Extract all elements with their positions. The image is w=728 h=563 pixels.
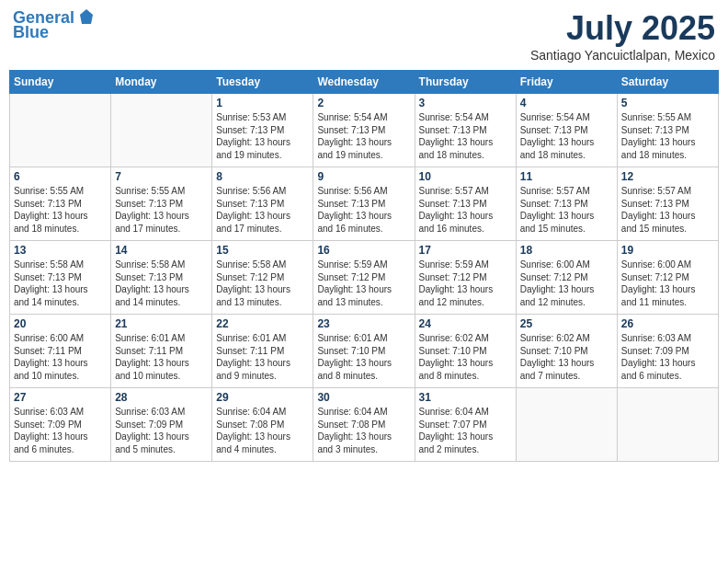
calendar-cell: 3Sunrise: 5:54 AMSunset: 7:13 PMDaylight…	[415, 94, 516, 167]
calendar-cell: 6Sunrise: 5:55 AMSunset: 7:13 PMDaylight…	[10, 167, 111, 241]
day-number: 6	[14, 170, 107, 183]
calendar-cell: 31Sunrise: 6:04 AMSunset: 7:07 PMDayligh…	[415, 388, 516, 462]
day-detail: Sunrise: 5:59 AMSunset: 7:12 PMDaylight:…	[419, 259, 512, 308]
day-of-week-header: Sunday	[10, 71, 111, 94]
day-number: 4	[520, 97, 613, 109]
calendar-cell: 27Sunrise: 6:03 AMSunset: 7:09 PMDayligh…	[10, 388, 111, 462]
day-number: 28	[115, 391, 208, 404]
calendar-cell: 9Sunrise: 5:56 AMSunset: 7:13 PMDaylight…	[313, 167, 415, 241]
calendar-cell: 11Sunrise: 5:57 AMSunset: 7:13 PMDayligh…	[516, 167, 617, 241]
day-number: 29	[216, 391, 309, 404]
day-detail: Sunrise: 6:00 AMSunset: 7:12 PMDaylight:…	[621, 259, 714, 308]
day-number: 19	[621, 244, 714, 257]
day-number: 20	[14, 317, 107, 330]
day-of-week-header: Thursday	[415, 71, 516, 94]
calendar-table: SundayMondayTuesdayWednesdayThursdayFrid…	[9, 70, 719, 462]
day-number: 18	[520, 244, 613, 257]
day-detail: Sunrise: 6:03 AMSunset: 7:09 PMDaylight:…	[14, 406, 107, 455]
day-number: 14	[115, 244, 208, 257]
calendar-week-row: 13Sunrise: 5:58 AMSunset: 7:13 PMDayligh…	[10, 241, 719, 315]
svg-marker-0	[80, 9, 93, 24]
calendar-cell: 13Sunrise: 5:58 AMSunset: 7:13 PMDayligh…	[10, 241, 111, 315]
day-number: 30	[317, 391, 410, 404]
calendar-cell: 25Sunrise: 6:02 AMSunset: 7:10 PMDayligh…	[516, 315, 617, 388]
day-detail: Sunrise: 6:04 AMSunset: 7:07 PMDaylight:…	[419, 406, 512, 455]
day-detail: Sunrise: 5:54 AMSunset: 7:13 PMDaylight:…	[419, 111, 512, 161]
day-number: 27	[14, 391, 107, 404]
day-detail: Sunrise: 5:55 AMSunset: 7:13 PMDaylight:…	[621, 111, 714, 161]
day-number: 11	[520, 170, 613, 183]
calendar-cell: 21Sunrise: 6:01 AMSunset: 7:11 PMDayligh…	[111, 315, 212, 388]
day-detail: Sunrise: 5:54 AMSunset: 7:13 PMDaylight:…	[317, 111, 410, 161]
calendar-cell: 1Sunrise: 5:53 AMSunset: 7:13 PMDaylight…	[212, 94, 313, 167]
day-detail: Sunrise: 5:55 AMSunset: 7:13 PMDaylight:…	[115, 185, 208, 235]
title-block: July 2025 Santiago Yancuictlalpan, Mexic…	[530, 9, 715, 63]
calendar-week-row: 1Sunrise: 5:53 AMSunset: 7:13 PMDaylight…	[10, 94, 719, 167]
day-of-week-header: Saturday	[617, 71, 718, 94]
day-of-week-header: Monday	[111, 71, 212, 94]
day-detail: Sunrise: 6:03 AMSunset: 7:09 PMDaylight:…	[115, 406, 208, 455]
day-number: 22	[216, 317, 309, 330]
day-of-week-header: Wednesday	[313, 71, 415, 94]
day-number: 23	[317, 317, 410, 330]
day-detail: Sunrise: 5:53 AMSunset: 7:13 PMDaylight:…	[216, 111, 309, 161]
calendar-cell: 8Sunrise: 5:56 AMSunset: 7:13 PMDaylight…	[212, 167, 313, 241]
day-detail: Sunrise: 5:59 AMSunset: 7:12 PMDaylight:…	[317, 259, 410, 308]
calendar-cell	[516, 388, 617, 462]
day-detail: Sunrise: 6:01 AMSunset: 7:11 PMDaylight:…	[216, 332, 309, 382]
day-detail: Sunrise: 5:56 AMSunset: 7:13 PMDaylight:…	[317, 185, 410, 235]
calendar-cell: 22Sunrise: 6:01 AMSunset: 7:11 PMDayligh…	[212, 315, 313, 388]
calendar-cell: 16Sunrise: 5:59 AMSunset: 7:12 PMDayligh…	[313, 241, 415, 315]
day-number: 26	[621, 317, 714, 330]
day-detail: Sunrise: 5:55 AMSunset: 7:13 PMDaylight:…	[14, 185, 107, 235]
day-number: 5	[621, 97, 714, 109]
day-detail: Sunrise: 5:56 AMSunset: 7:13 PMDaylight:…	[216, 185, 309, 235]
day-detail: Sunrise: 5:57 AMSunset: 7:13 PMDaylight:…	[621, 185, 714, 235]
day-number: 15	[216, 244, 309, 257]
calendar-cell: 10Sunrise: 5:57 AMSunset: 7:13 PMDayligh…	[415, 167, 516, 241]
calendar-cell: 19Sunrise: 6:00 AMSunset: 7:12 PMDayligh…	[617, 241, 718, 315]
calendar-cell	[111, 94, 212, 167]
day-detail: Sunrise: 6:02 AMSunset: 7:10 PMDaylight:…	[419, 332, 512, 382]
day-number: 16	[317, 244, 410, 257]
calendar-cell: 15Sunrise: 5:58 AMSunset: 7:12 PMDayligh…	[212, 241, 313, 315]
calendar-week-row: 27Sunrise: 6:03 AMSunset: 7:09 PMDayligh…	[10, 388, 719, 462]
calendar-cell: 18Sunrise: 6:00 AMSunset: 7:12 PMDayligh…	[516, 241, 617, 315]
page-header: General Blue July 2025 Santiago Yancuict…	[9, 9, 719, 63]
calendar-cell: 4Sunrise: 5:54 AMSunset: 7:13 PMDaylight…	[516, 94, 617, 167]
day-detail: Sunrise: 6:04 AMSunset: 7:08 PMDaylight:…	[216, 406, 309, 455]
calendar-cell: 2Sunrise: 5:54 AMSunset: 7:13 PMDaylight…	[313, 94, 415, 167]
calendar-cell: 17Sunrise: 5:59 AMSunset: 7:12 PMDayligh…	[415, 241, 516, 315]
day-detail: Sunrise: 5:57 AMSunset: 7:13 PMDaylight:…	[419, 185, 512, 235]
calendar-cell: 5Sunrise: 5:55 AMSunset: 7:13 PMDaylight…	[617, 94, 718, 167]
calendar-cell: 20Sunrise: 6:00 AMSunset: 7:11 PMDayligh…	[10, 315, 111, 388]
day-detail: Sunrise: 6:01 AMSunset: 7:11 PMDaylight:…	[115, 332, 208, 382]
location: Santiago Yancuictlalpan, Mexico	[530, 48, 715, 63]
calendar-cell: 29Sunrise: 6:04 AMSunset: 7:08 PMDayligh…	[212, 388, 313, 462]
day-number: 17	[419, 244, 512, 257]
calendar-cell	[10, 94, 111, 167]
calendar-week-row: 6Sunrise: 5:55 AMSunset: 7:13 PMDaylight…	[10, 167, 719, 241]
day-of-week-header: Friday	[516, 71, 617, 94]
calendar-cell: 24Sunrise: 6:02 AMSunset: 7:10 PMDayligh…	[415, 315, 516, 388]
calendar-header-row: SundayMondayTuesdayWednesdayThursdayFrid…	[10, 71, 719, 94]
calendar-week-row: 20Sunrise: 6:00 AMSunset: 7:11 PMDayligh…	[10, 315, 719, 388]
day-number: 1	[216, 97, 309, 109]
day-number: 25	[520, 317, 613, 330]
day-number: 31	[419, 391, 512, 404]
calendar-cell	[617, 388, 718, 462]
day-detail: Sunrise: 5:58 AMSunset: 7:12 PMDaylight:…	[216, 259, 309, 308]
day-detail: Sunrise: 5:57 AMSunset: 7:13 PMDaylight:…	[520, 185, 613, 235]
calendar-cell: 28Sunrise: 6:03 AMSunset: 7:09 PMDayligh…	[111, 388, 212, 462]
day-number: 8	[216, 170, 309, 183]
day-detail: Sunrise: 5:58 AMSunset: 7:13 PMDaylight:…	[14, 259, 107, 308]
day-number: 7	[115, 170, 208, 183]
day-number: 13	[14, 244, 107, 257]
day-number: 3	[419, 97, 512, 109]
calendar-cell: 26Sunrise: 6:03 AMSunset: 7:09 PMDayligh…	[617, 315, 718, 388]
day-number: 12	[621, 170, 714, 183]
day-number: 10	[419, 170, 512, 183]
month-title: July 2025	[530, 9, 715, 48]
day-detail: Sunrise: 6:01 AMSunset: 7:10 PMDaylight:…	[317, 332, 410, 382]
calendar-cell: 30Sunrise: 6:04 AMSunset: 7:08 PMDayligh…	[313, 388, 415, 462]
